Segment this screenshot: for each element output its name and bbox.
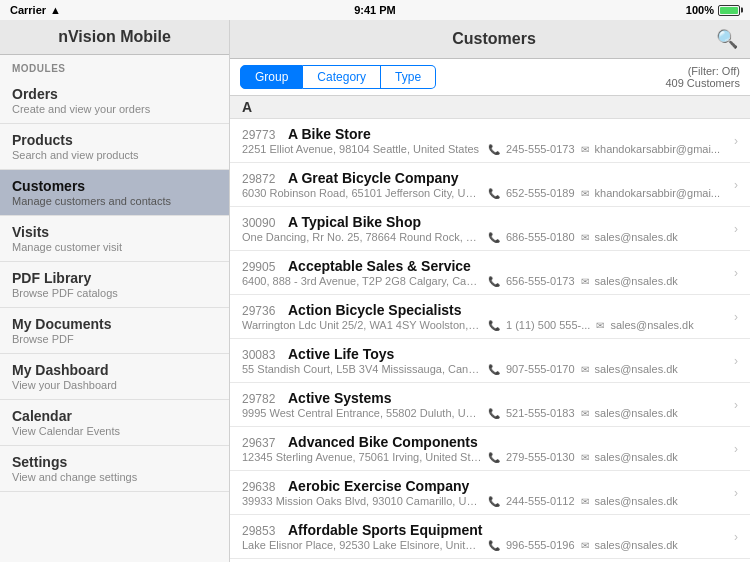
sidebar-item-desc-customers: Manage customers and contacts bbox=[12, 195, 217, 207]
customer-email: sales@nsales.dk bbox=[595, 275, 678, 287]
customer-bottom: One Dancing, Rr No. 25, 78664 Round Rock… bbox=[242, 231, 730, 243]
customer-phone: 996-555-0196 bbox=[506, 539, 575, 551]
sidebar-item-my-dashboard[interactable]: My Dashboard View your Dashboard bbox=[0, 354, 229, 400]
customer-main: 29782 Active Systems 9995 West Central E… bbox=[242, 390, 730, 419]
customer-row[interactable]: 29872 A Great Bicycle Company 6030 Robin… bbox=[230, 163, 750, 207]
customer-row[interactable]: 29637 Advanced Bike Components 12345 Ste… bbox=[230, 427, 750, 471]
customer-bottom: 6400, 888 - 3rd Avenue, T2P 2G8 Calgary,… bbox=[242, 275, 730, 287]
customer-main: 29872 A Great Bicycle Company 6030 Robin… bbox=[242, 170, 730, 199]
sidebar-item-name-calendar: Calendar bbox=[12, 408, 217, 424]
main-layout: nVision Mobile MODULES Orders Create and… bbox=[0, 20, 750, 562]
sidebar-item-customers[interactable]: Customers Manage customers and contacts bbox=[0, 170, 229, 216]
customer-main: 29637 Advanced Bike Components 12345 Ste… bbox=[242, 434, 730, 463]
customer-bottom: 55 Standish Court, L5B 3V4 Mississauga, … bbox=[242, 363, 730, 375]
chevron-icon: › bbox=[734, 310, 738, 324]
status-bar-right: 100% bbox=[686, 4, 740, 16]
sidebar-item-visits[interactable]: Visits Manage customer visit bbox=[0, 216, 229, 262]
sidebar-item-name-products: Products bbox=[12, 132, 217, 148]
phone-icon: 📞 bbox=[488, 232, 500, 243]
customer-id: 29872 bbox=[242, 172, 280, 186]
email-icon: ✉ bbox=[581, 364, 589, 375]
customer-name: Active Systems bbox=[288, 390, 392, 406]
sidebar-item-desc-my-documents: Browse PDF bbox=[12, 333, 217, 345]
segment-type[interactable]: Type bbox=[381, 65, 436, 89]
customer-phone: 279-555-0130 bbox=[506, 451, 575, 463]
customer-id: 29736 bbox=[242, 304, 280, 318]
sidebar-item-name-visits: Visits bbox=[12, 224, 217, 240]
sidebar-item-name-customers: Customers bbox=[12, 178, 217, 194]
sidebar-item-products[interactable]: Products Search and view products bbox=[0, 124, 229, 170]
customer-top: 29638 Aerobic Exercise Company bbox=[242, 478, 730, 494]
segment-category[interactable]: Category bbox=[303, 65, 381, 89]
sidebar-item-name-settings: Settings bbox=[12, 454, 217, 470]
sidebar-item-desc-settings: View and change settings bbox=[12, 471, 217, 483]
customer-name: Active Life Toys bbox=[288, 346, 394, 362]
customer-row[interactable]: 29638 Aerobic Exercise Company 39933 Mis… bbox=[230, 471, 750, 515]
chevron-icon: › bbox=[734, 354, 738, 368]
customer-address: 39933 Mission Oaks Blvd, 93010 Camarillo… bbox=[242, 495, 482, 507]
customer-main: 29638 Aerobic Exercise Company 39933 Mis… bbox=[242, 478, 730, 507]
sidebar-item-desc-products: Search and view products bbox=[12, 149, 217, 161]
email-icon: ✉ bbox=[596, 320, 604, 331]
customer-address: 6400, 888 - 3rd Avenue, T2P 2G8 Calgary,… bbox=[242, 275, 482, 287]
customer-row[interactable]: 29905 Acceptable Sales & Service 6400, 8… bbox=[230, 251, 750, 295]
customer-main: 29736 Action Bicycle Specialists Warring… bbox=[242, 302, 730, 331]
customer-name: Aerobic Exercise Company bbox=[288, 478, 469, 494]
sidebar-item-desc-calendar: View Calendar Events bbox=[12, 425, 217, 437]
sidebar-item-my-documents[interactable]: My Documents Browse PDF bbox=[0, 308, 229, 354]
search-icon-button[interactable]: 🔍 bbox=[716, 28, 738, 50]
filter-status: (Filter: Off) bbox=[665, 65, 740, 77]
customer-row[interactable]: 29853 Affordable Sports Equipment Lake E… bbox=[230, 515, 750, 559]
customer-row[interactable]: 30090 A Typical Bike Shop One Dancing, R… bbox=[230, 207, 750, 251]
customer-main: 29773 A Bike Store 2251 Elliot Avenue, 9… bbox=[242, 126, 730, 155]
status-bar: Carrier ▲ 9:41 PM 100% bbox=[0, 0, 750, 20]
customer-name: A Great Bicycle Company bbox=[288, 170, 459, 186]
customer-id: 29638 bbox=[242, 480, 280, 494]
customer-id: 29853 bbox=[242, 524, 280, 538]
email-icon: ✉ bbox=[581, 144, 589, 155]
phone-icon: 📞 bbox=[488, 540, 500, 551]
customer-name: A Typical Bike Shop bbox=[288, 214, 421, 230]
phone-icon: 📞 bbox=[488, 408, 500, 419]
sidebar-item-calendar[interactable]: Calendar View Calendar Events bbox=[0, 400, 229, 446]
customer-row[interactable]: 29773 A Bike Store 2251 Elliot Avenue, 9… bbox=[230, 119, 750, 163]
phone-icon: 📞 bbox=[488, 188, 500, 199]
customer-email: sales@nsales.dk bbox=[595, 451, 678, 463]
segment-group[interactable]: Group bbox=[240, 65, 303, 89]
customer-address: 12345 Sterling Avenue, 75061 Irving, Uni… bbox=[242, 451, 482, 463]
customer-top: 29853 Affordable Sports Equipment bbox=[242, 522, 730, 538]
sidebar: nVision Mobile MODULES Orders Create and… bbox=[0, 20, 230, 562]
chevron-icon: › bbox=[734, 134, 738, 148]
section-header-a: A bbox=[230, 96, 750, 119]
sidebar-item-settings[interactable]: Settings View and change settings bbox=[0, 446, 229, 492]
chevron-icon: › bbox=[734, 266, 738, 280]
battery-icon bbox=[718, 5, 740, 16]
customer-email: khandokarsabbir@gmai... bbox=[595, 187, 721, 199]
customer-top: 29773 A Bike Store bbox=[242, 126, 730, 142]
customer-row[interactable]: 29736 Action Bicycle Specialists Warring… bbox=[230, 295, 750, 339]
customer-email: sales@nsales.dk bbox=[595, 231, 678, 243]
customer-phone: 686-555-0180 bbox=[506, 231, 575, 243]
phone-icon: 📞 bbox=[488, 496, 500, 507]
customer-row[interactable]: 29782 Active Systems 9995 West Central E… bbox=[230, 383, 750, 427]
customer-main: 30090 A Typical Bike Shop One Dancing, R… bbox=[242, 214, 730, 243]
content-header: Customers 🔍 bbox=[230, 20, 750, 59]
modules-label: MODULES bbox=[0, 55, 229, 78]
chevron-icon: › bbox=[734, 178, 738, 192]
email-icon: ✉ bbox=[581, 276, 589, 287]
status-bar-left: Carrier ▲ bbox=[10, 4, 61, 16]
customer-address: 9995 West Central Entrance, 55802 Duluth… bbox=[242, 407, 482, 419]
customer-row[interactable]: 30083 Active Life Toys 55 Standish Court… bbox=[230, 339, 750, 383]
customer-address: 6030 Robinson Road, 65101 Jefferson City… bbox=[242, 187, 482, 199]
customer-main: 29853 Affordable Sports Equipment Lake E… bbox=[242, 522, 730, 551]
sidebar-item-pdf-library[interactable]: PDF Library Browse PDF catalogs bbox=[0, 262, 229, 308]
customer-id: 29637 bbox=[242, 436, 280, 450]
sidebar-item-orders[interactable]: Orders Create and view your orders bbox=[0, 78, 229, 124]
customer-name: Action Bicycle Specialists bbox=[288, 302, 462, 318]
customer-bottom: 39933 Mission Oaks Blvd, 93010 Camarillo… bbox=[242, 495, 730, 507]
status-bar-time: 9:41 PM bbox=[354, 4, 396, 16]
customer-top: 29782 Active Systems bbox=[242, 390, 730, 406]
customer-email: sales@nsales.dk bbox=[595, 495, 678, 507]
customer-phone: 245-555-0173 bbox=[506, 143, 575, 155]
content-title: Customers bbox=[272, 30, 716, 48]
